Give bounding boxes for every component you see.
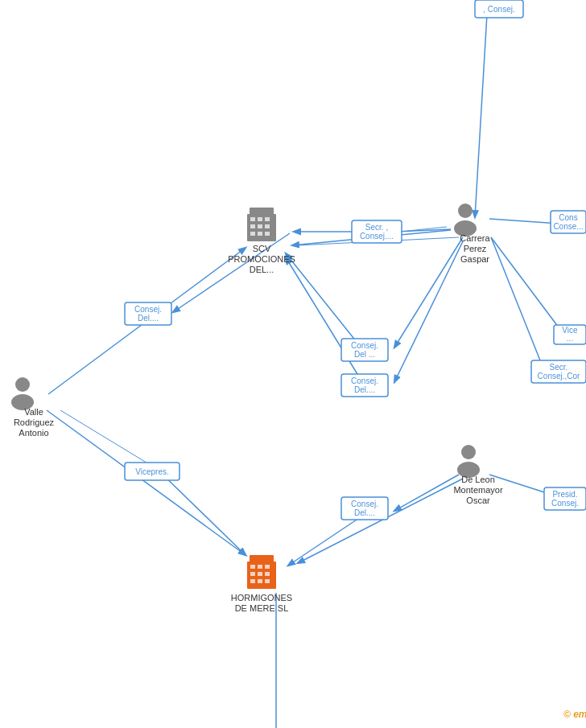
svg-rect-25 [250,217,255,221]
svg-line-0 [475,14,487,217]
svg-line-21 [60,410,157,469]
svg-line-19 [394,475,459,511]
svg-rect-29 [258,224,262,228]
svg-rect-30 [265,224,270,228]
svg-rect-41 [265,572,270,576]
svg-line-18 [288,513,366,566]
valle-label2: Rodriguez [14,417,55,427]
svg-rect-28 [250,224,255,228]
vicepres-text: Vicepres. [135,467,169,476]
consej-del-bottom-text2: Del.... [354,508,375,517]
vice-right-text2: ... [567,334,573,343]
svg-rect-24 [250,208,274,216]
consej-del-bottom-text1: Consej. [351,500,378,508]
svg-rect-35 [250,555,274,563]
consej-del-mid1-text2: Del ... [354,350,375,359]
svg-line-13 [286,257,366,389]
svg-line-22 [157,469,246,555]
valle-label3: Antonio [19,428,48,438]
deleon-label2: Montemayor [453,485,502,495]
svg-rect-37 [258,565,262,569]
scv-label: SCV [253,244,271,253]
secr-consej-text1: Secr. , [365,223,388,232]
svg-rect-42 [250,579,255,583]
consej-del-mid2-text1: Consej. [351,376,378,385]
cons-top-right-text2: Conse... [553,222,583,231]
consej-del-left-text1: Consej. [134,305,162,314]
svg-line-4 [489,219,559,224]
hormigones-label1: HORMIGONES [231,593,292,603]
carrera-label2: Perez [464,244,487,253]
deleon-label1: De Leon [461,475,495,484]
watermark: © empresia [563,709,586,720]
svg-rect-36 [250,565,255,569]
carrera-label1: Carrera [460,233,490,243]
valle-label1: Valle [24,407,43,417]
svg-line-15 [394,241,463,382]
scv-label3: DEL... [250,265,274,274]
carrera-label3: Gaspar [460,254,489,264]
svg-line-6 [491,237,543,368]
secr-consej-text2: Consej.... [360,232,394,241]
consej-del-mid1-text1: Consej. [351,341,378,350]
svg-point-47 [15,377,30,392]
consej-del-left-text2: Del.... [138,314,159,323]
presid-consej-text2: Consej. [551,499,579,508]
svg-point-45 [458,204,473,218]
svg-point-49 [461,445,476,459]
svg-rect-44 [265,579,270,583]
cons-top-right-text1: Cons [559,213,577,222]
svg-rect-43 [258,579,262,583]
deleon-label3: Oscar [466,496,490,505]
svg-line-14 [394,237,463,348]
svg-line-16 [298,479,463,563]
scv-label2: PROMOCIONES [228,254,295,264]
secr-consej-right-text1: Secr. [550,363,568,372]
svg-rect-33 [265,232,270,236]
svg-line-10 [47,410,246,555]
top-partial-text: , Consej. [483,5,514,14]
svg-rect-39 [250,572,255,576]
svg-rect-40 [258,572,262,576]
svg-rect-26 [258,217,262,221]
presid-consej-text1: Presid. [552,490,577,499]
consej-del-mid2-text2: Del.... [354,385,375,394]
svg-rect-27 [265,217,270,221]
svg-rect-32 [258,232,262,236]
hormigones-label2: DE MERE SL [235,603,289,613]
svg-rect-38 [265,565,270,569]
svg-rect-31 [250,232,255,236]
secr-consej-right-text2: Consej.,Cor [538,372,580,380]
svg-line-5 [491,237,563,334]
